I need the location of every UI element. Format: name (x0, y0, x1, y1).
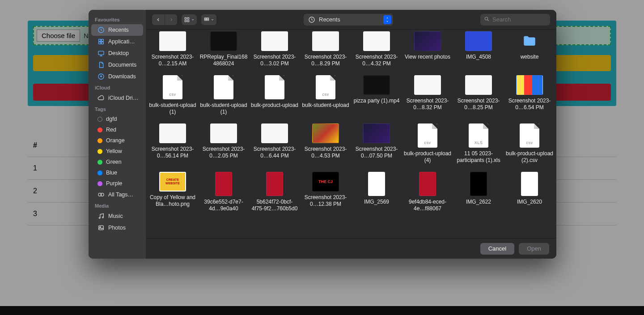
file-item[interactable]: IMG_2620 (505, 172, 554, 212)
svg-rect-1 (99, 39, 101, 42)
sidebar-tag-red[interactable]: Red (91, 124, 143, 135)
svg-rect-11 (99, 226, 104, 230)
file-item[interactable]: Screenshot 2023-0…6.54 PM (505, 75, 554, 115)
file-thumb (312, 123, 339, 143)
sidebar-item-label: Applicati… (108, 38, 135, 45)
cloud-icon (97, 94, 105, 102)
file-item[interactable]: Screenshot 2023-0…8.32 PM (403, 75, 452, 115)
photos-icon (97, 224, 105, 231)
file-item[interactable]: csvbulk-product-upload (4) (403, 123, 452, 164)
tag-dot-icon (97, 149, 102, 154)
sidebar-item-label: dgfd (106, 116, 117, 122)
file-name-label: Screenshot 2023-0…3.02 PM (250, 54, 299, 67)
sidebar-tag-dgfd[interactable]: dgfd (91, 114, 143, 124)
file-item[interactable]: csvbulk-student-upload (301, 75, 350, 115)
sidebar-all-tags[interactable]: All Tags… (91, 189, 143, 200)
file-item[interactable]: Screenshot 2023-0…2.05 PM (199, 123, 248, 164)
file-item[interactable]: Screenshot 2023-0…8.29 PM (301, 31, 350, 67)
sidebar-item-recents[interactable]: Recents (91, 24, 143, 36)
file-grid-scroll[interactable]: Screenshot 2023-0…2.15 AMRPReplay_Final1… (146, 30, 556, 238)
file-item[interactable]: IMG_2569 (352, 172, 401, 212)
file-item[interactable]: 9ef4db84-eced-4e…f88067 (403, 172, 452, 212)
file-thumb: csv (418, 123, 437, 148)
file-name-label: bulk-student-upload (1) (148, 102, 197, 115)
file-item[interactable]: Screenshot 2023-0…4.53 PM (301, 123, 350, 164)
file-name-label: pizza party (1).mp4 (354, 98, 400, 104)
svg-rect-19 (207, 17, 209, 18)
sidebar-tag-blue[interactable]: Blue (91, 167, 143, 178)
svg-rect-20 (207, 19, 209, 20)
folder-icon (517, 31, 542, 51)
file-item[interactable]: Screenshot 2023-0…6.44 PM (250, 123, 299, 164)
file-item[interactable]: Screenshot 2023-0…56.14 PM (148, 123, 197, 164)
svg-point-10 (102, 217, 104, 218)
nav-back-button[interactable] (152, 14, 165, 25)
file-item[interactable]: csvbulk-product-upload (2).csv (505, 123, 554, 164)
file-name-label: Screenshot 2023-0…8.29 PM (301, 54, 350, 67)
file-item[interactable]: 5b624f72-0bcf-4f75-9f2…760b5d0 (250, 172, 299, 212)
group-button[interactable] (201, 14, 216, 25)
search-field[interactable] (480, 14, 550, 26)
sidebar-tag-purple[interactable]: Purple (91, 178, 143, 189)
file-name-label: Screenshot 2023-0…07.50 PM (352, 146, 401, 159)
cancel-button[interactable]: Cancel (480, 243, 514, 255)
file-thumb (516, 75, 543, 95)
file-item[interactable]: pizza party (1).mp4 (352, 75, 401, 115)
view-icon-button[interactable] (182, 14, 197, 25)
sidebar-tag-orange[interactable]: Orange (91, 135, 143, 146)
file-item[interactable]: website (505, 31, 554, 67)
sidebar-tag-yellow[interactable]: Yellow (91, 146, 143, 157)
file-item[interactable]: THE CJScreenshot 2023-0…12.38 PM (301, 172, 350, 212)
file-name-label: bulk-product-upload (4) (403, 150, 452, 164)
tag-dot-icon (97, 160, 102, 165)
sidebar-item-icloud-drive[interactable]: iCloud Dri… (91, 92, 143, 104)
open-button[interactable]: Open (519, 243, 549, 255)
file-item[interactable]: IMG_4508 (454, 31, 503, 67)
sidebar-section-tags: Tags (89, 104, 146, 114)
dialog-toolbar: Recents (146, 10, 556, 30)
svg-rect-16 (187, 20, 189, 22)
sidebar-item-photos[interactable]: Photos (91, 222, 143, 234)
documents-icon (97, 61, 105, 68)
tag-dot-icon (97, 117, 102, 122)
file-name-label: 39c6e552-d7e7-4d…9e0a40 (199, 199, 248, 212)
music-icon (97, 213, 105, 220)
svg-rect-17 (204, 17, 206, 18)
file-name-label: Screenshot 2023-0…4.53 PM (301, 146, 350, 159)
sidebar-item-downloads[interactable]: Downloads (91, 71, 143, 82)
sidebar-section-favourites: Favourites (89, 14, 146, 24)
sidebar-tag-green[interactable]: Green (91, 157, 143, 167)
file-item[interactable]: Screenshot 2023-0…4.32 PM (352, 31, 401, 67)
file-item[interactable]: csvbulk-student-upload (1) (148, 75, 197, 115)
file-item[interactable]: Screenshot 2023-0…2.15 AM (148, 31, 197, 67)
file-name-label: IMG_2620 (517, 199, 542, 205)
sidebar-item-music[interactable]: Music (91, 210, 143, 222)
sidebar-item-applications[interactable]: Applicati… (91, 36, 143, 47)
file-thumb (363, 31, 390, 51)
dialog-footer: Cancel Open (146, 238, 556, 259)
file-item[interactable]: Screenshot 2023-0…07.50 PM (352, 123, 401, 164)
sidebar-item-label: Blue (106, 170, 117, 176)
svg-rect-18 (204, 19, 206, 20)
sidebar-item-documents[interactable]: Documents (91, 59, 143, 71)
file-item[interactable]: XLS11 05 2023-participants (1).xls (454, 123, 503, 164)
file-item[interactable]: Screenshot 2023-0…8.25 PM (454, 75, 503, 115)
file-name-label: 11 05 2023-participants (1).xls (454, 150, 503, 164)
file-item[interactable]: bulk-student-upload (1) (199, 75, 248, 115)
file-thumb (465, 31, 492, 51)
sidebar-item-label: Purple (106, 180, 122, 187)
file-item[interactable]: 39c6e552-d7e7-4d…9e0a40 (199, 172, 248, 212)
file-item[interactable]: Screenshot 2023-0…3.02 PM (250, 31, 299, 67)
nav-forward-button[interactable] (165, 14, 177, 25)
location-popup[interactable]: Recents (304, 14, 393, 26)
file-item[interactable]: RPReplay_Final1684868024 (199, 31, 248, 67)
file-thumb: XLS (469, 123, 488, 148)
file-thumb (521, 172, 538, 196)
file-item[interactable]: IMG_2622 (454, 172, 503, 212)
file-item[interactable]: View recent photos (403, 31, 452, 67)
file-thumb (210, 123, 237, 143)
search-input[interactable] (492, 16, 547, 23)
sidebar-item-desktop[interactable]: Desktop (91, 47, 143, 59)
file-item[interactable]: CREATEWEBSITECopy of Yellow and Bla…hoto… (148, 172, 197, 212)
file-item[interactable]: bulk-product-upload (250, 75, 299, 115)
